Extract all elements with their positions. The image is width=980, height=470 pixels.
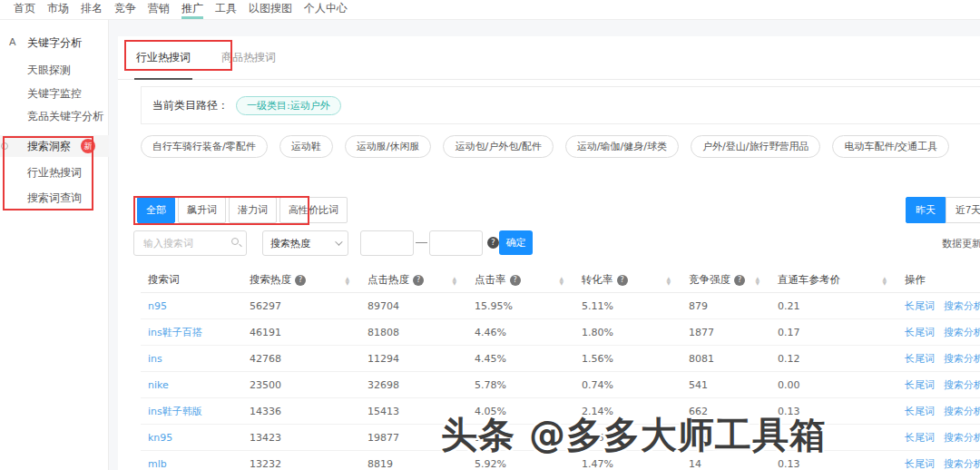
new-badge: 新 bbox=[81, 139, 95, 153]
nav-item-4[interactable]: 竞争 bbox=[114, 0, 136, 19]
search-analysis-link[interactable]: 搜索分析 bbox=[944, 457, 980, 470]
keyword-link[interactable]: kn95 bbox=[141, 432, 242, 444]
cell-actions: 长尾词搜索分析 bbox=[897, 457, 980, 470]
cell-competition: 879 bbox=[681, 300, 770, 312]
nav-item-8[interactable]: 以图搜图 bbox=[249, 0, 292, 19]
search-filter-row: 搜索热度 ? 确定 数据更新日 bbox=[118, 230, 980, 259]
sort-icon[interactable]: ▲▼ bbox=[452, 276, 456, 285]
range-help-icon[interactable]: ? bbox=[487, 237, 499, 249]
help-icon[interactable]: ? bbox=[510, 275, 521, 286]
longtail-link[interactable]: 长尾词 bbox=[905, 299, 935, 313]
longtail-link[interactable]: 长尾词 bbox=[905, 431, 935, 445]
cell-conv_rate: 1.80% bbox=[574, 327, 681, 338]
filter-button-3[interactable]: 潜力词 bbox=[229, 197, 277, 223]
sidebar-item-7[interactable]: 搜索词查询 bbox=[0, 187, 109, 209]
longtail-link[interactable]: 长尾词 bbox=[905, 352, 935, 366]
cell-click_heat: 8819 bbox=[360, 458, 467, 470]
column-header-5: 转化率?▲▼ bbox=[574, 273, 681, 287]
category-chip-3[interactable]: 运动服/休闲服 bbox=[345, 135, 432, 158]
cell-actions: 长尾词搜索分析 bbox=[897, 352, 980, 366]
range-dash bbox=[416, 242, 427, 243]
search-analysis-link[interactable]: 搜索分析 bbox=[944, 352, 980, 366]
sort-icon[interactable]: ▲▼ bbox=[882, 276, 887, 285]
cell-search_heat: 13423 bbox=[242, 432, 360, 444]
sidebar-item-1[interactable]: A关键字分析 bbox=[0, 32, 109, 54]
sidebar-item-6[interactable]: 行业热搜词 bbox=[0, 162, 109, 183]
nav-item-1[interactable]: 首页 bbox=[14, 0, 35, 19]
range-min-input[interactable] bbox=[360, 230, 414, 256]
sort-icon[interactable]: ▲▼ bbox=[345, 276, 349, 285]
search-analysis-link[interactable]: 搜索分析 bbox=[944, 326, 980, 339]
help-icon[interactable]: ? bbox=[413, 275, 424, 286]
cell-conv_rate: 5.11% bbox=[574, 300, 681, 312]
sort-icon[interactable]: ▲▼ bbox=[559, 276, 564, 285]
sidebar-item-label: 搜索洞察 bbox=[27, 140, 71, 152]
cell-click_rate: 5.78% bbox=[467, 379, 574, 391]
keyword-link[interactable]: ins鞋子百搭 bbox=[141, 326, 242, 339]
sort-icon[interactable]: ▲▼ bbox=[666, 276, 671, 285]
help-icon[interactable]: ? bbox=[734, 275, 745, 286]
keyword-link[interactable]: mlb bbox=[141, 458, 242, 470]
nav-item-2[interactable]: 市场 bbox=[47, 0, 69, 19]
table-header-row: 搜索词搜索热度?▲▼点击热度?▲▼点击率?▲▼转化率?▲▼竞争强度?▲▼直通车参… bbox=[141, 268, 980, 293]
cell-competition: 541 bbox=[681, 379, 770, 391]
tab-1[interactable]: 行业热搜词 bbox=[134, 35, 192, 80]
time-button-1[interactable]: 昨天 bbox=[906, 197, 946, 223]
cell-conv_rate: 1.47% bbox=[574, 458, 681, 470]
category-chip-6[interactable]: 户外/登山/旅行野营用品 bbox=[691, 135, 820, 158]
keyword-search-input[interactable] bbox=[133, 230, 247, 256]
cell-actions: 长尾词搜索分析 bbox=[897, 326, 980, 339]
column-label: 操作 bbox=[905, 273, 926, 287]
cell-ppc: 0.21 bbox=[770, 300, 897, 312]
metric-select[interactable]: 搜索热度 bbox=[262, 230, 348, 256]
column-label: 点击热度 bbox=[368, 273, 409, 287]
nav-item-6[interactable]: 推广 bbox=[181, 0, 203, 19]
category-chip-1[interactable]: 自行车骑行装备/零配件 bbox=[141, 135, 268, 158]
table-row: kn95134231987714.71%4.46%827长尾词搜索分析 bbox=[141, 425, 980, 451]
cell-conv_rate: 4.46% bbox=[574, 432, 681, 444]
category-chip-7[interactable]: 电动车配件/交通工具 bbox=[832, 135, 949, 158]
search-analysis-link[interactable]: 搜索分析 bbox=[944, 405, 980, 418]
category-chip-4[interactable]: 运动包/户外包/配件 bbox=[443, 135, 553, 158]
sidebar-item-label: 关键字监控 bbox=[27, 87, 82, 100]
filter-button-2[interactable]: 飙升词 bbox=[178, 197, 226, 223]
category-chip-5[interactable]: 运动/瑜伽/健身/球类 bbox=[565, 135, 679, 158]
sidebar-item-2[interactable]: 天眼探测 bbox=[0, 59, 109, 81]
keyword-link[interactable]: ins bbox=[141, 353, 242, 365]
filter-button-1[interactable]: 全部 bbox=[137, 197, 175, 223]
nav-item-9[interactable]: 个人中心 bbox=[304, 0, 348, 19]
tab-2[interactable]: 商品热搜词 bbox=[220, 35, 278, 80]
word-type-filter: 全部飙升词潜力词高性价比词 bbox=[137, 197, 348, 223]
keyword-link[interactable]: n95 bbox=[141, 300, 242, 312]
cell-conv_rate: 1.56% bbox=[574, 353, 681, 365]
confirm-button[interactable]: 确定 bbox=[499, 230, 533, 255]
longtail-link[interactable]: 长尾词 bbox=[905, 405, 935, 418]
cell-actions: 长尾词搜索分析 bbox=[897, 405, 980, 418]
help-icon[interactable]: ? bbox=[295, 275, 306, 286]
filter-button-4[interactable]: 高性价比词 bbox=[279, 197, 348, 223]
sort-down-icon: ▼ bbox=[452, 280, 456, 285]
longtail-link[interactable]: 长尾词 bbox=[905, 378, 935, 392]
cell-click_heat: 81808 bbox=[360, 327, 467, 338]
sidebar-item-5[interactable]: 搜索洞察新 bbox=[0, 135, 109, 157]
nav-item-7[interactable]: 工具 bbox=[215, 0, 237, 19]
longtail-link[interactable]: 长尾词 bbox=[905, 457, 935, 470]
nav-item-3[interactable]: 排名 bbox=[81, 0, 103, 19]
keyword-link[interactable]: nike bbox=[141, 379, 242, 391]
sidebar-item-3[interactable]: 关键字监控 bbox=[0, 83, 109, 104]
sort-icon[interactable]: ▲▼ bbox=[755, 276, 760, 285]
keyword-link[interactable]: ins鞋子韩版 bbox=[141, 405, 242, 418]
category-path-pill[interactable]: 一级类目:运动户外 bbox=[236, 96, 341, 115]
help-icon[interactable]: ? bbox=[617, 275, 628, 286]
nav-item-5[interactable]: 营销 bbox=[148, 0, 170, 19]
sort-down-icon: ▼ bbox=[345, 280, 349, 285]
table-row: n95562978970415.95%5.11%8790.21长尾词搜索分析 bbox=[141, 293, 980, 319]
range-max-input[interactable] bbox=[429, 230, 483, 256]
longtail-link[interactable]: 长尾词 bbox=[905, 326, 935, 339]
sidebar-item-4[interactable]: 竞品关键字分析 bbox=[0, 105, 109, 127]
search-analysis-link[interactable]: 搜索分析 bbox=[944, 299, 980, 313]
time-button-2[interactable]: 近7天 bbox=[946, 197, 980, 223]
category-chip-2[interactable]: 运动鞋 bbox=[279, 135, 333, 158]
search-analysis-link[interactable]: 搜索分析 bbox=[944, 431, 980, 445]
search-analysis-link[interactable]: 搜索分析 bbox=[944, 378, 980, 392]
